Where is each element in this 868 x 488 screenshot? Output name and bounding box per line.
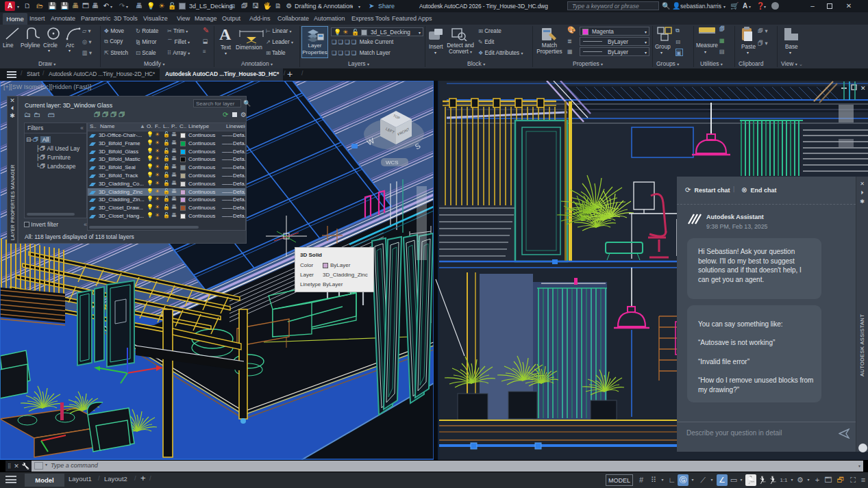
svg-text:✕: ✕ (860, 85, 866, 92)
svg-text:[+][SW Isometric][Hidden (Fast: [+][SW Isometric][Hidden (Fast)] (3, 84, 91, 90)
svg-text:WCS: WCS (386, 159, 399, 166)
